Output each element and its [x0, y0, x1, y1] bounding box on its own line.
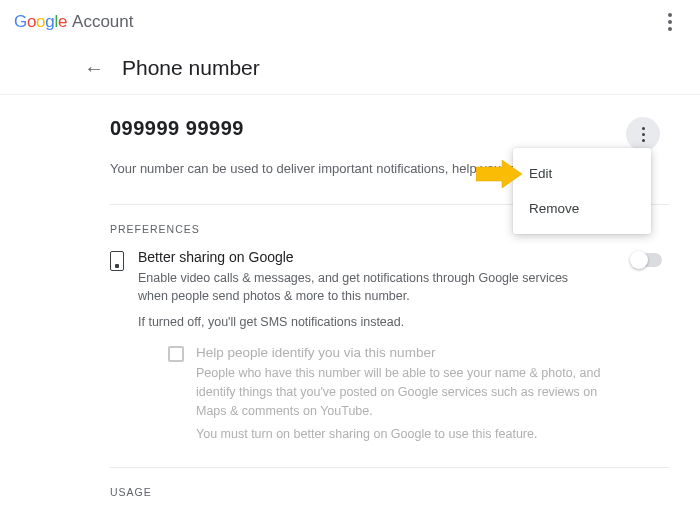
annotation-arrow-icon — [476, 160, 522, 188]
preference-body: Better sharing on Google Enable video ca… — [138, 249, 618, 443]
note-bold: better sharing on Google — [294, 427, 432, 441]
menu-item-remove[interactable]: Remove — [513, 191, 651, 226]
more-vert-icon — [642, 127, 645, 142]
device-icon — [110, 251, 124, 271]
page-title: Phone number — [122, 56, 260, 80]
sub-option-title: Help people identify you via this number — [196, 345, 616, 360]
title-row: ← Phone number — [0, 40, 700, 94]
header-more-button[interactable] — [658, 10, 682, 34]
logo: Google Account — [14, 12, 133, 32]
sub-option-desc: People who have this number will be able… — [196, 364, 616, 420]
sub-option-body: Help people identify you via this number… — [196, 345, 616, 443]
phone-more-button[interactable] — [626, 117, 660, 151]
svg-marker-0 — [476, 160, 522, 188]
context-menu: Edit Remove — [513, 148, 651, 234]
phone-number: 099999 99999 — [110, 117, 244, 140]
preference-desc2: If turned off, you'll get SMS notificati… — [138, 315, 618, 329]
note-pre: You must turn on — [196, 427, 294, 441]
preference-title: Better sharing on Google — [138, 249, 618, 265]
sub-option: Help people identify you via this number… — [138, 329, 618, 443]
menu-item-edit[interactable]: Edit — [513, 156, 651, 191]
preference-desc: Enable video calls & messages, and get n… — [138, 269, 578, 305]
toggle-switch[interactable] — [632, 253, 662, 267]
product-name: Account — [72, 12, 133, 32]
app-header: Google Account — [0, 0, 700, 40]
phone-row: 099999 99999 — [110, 95, 670, 151]
back-arrow-icon[interactable]: ← — [84, 58, 104, 78]
preference-row: Better sharing on Google Enable video ca… — [110, 245, 670, 443]
note-post: to use this feature. — [431, 427, 537, 441]
usage-label: USAGE — [110, 468, 670, 508]
sub-option-note: You must turn on better sharing on Googl… — [196, 425, 616, 444]
checkbox[interactable] — [168, 346, 184, 362]
google-logo: Google — [14, 12, 67, 32]
more-vert-icon — [668, 13, 672, 31]
